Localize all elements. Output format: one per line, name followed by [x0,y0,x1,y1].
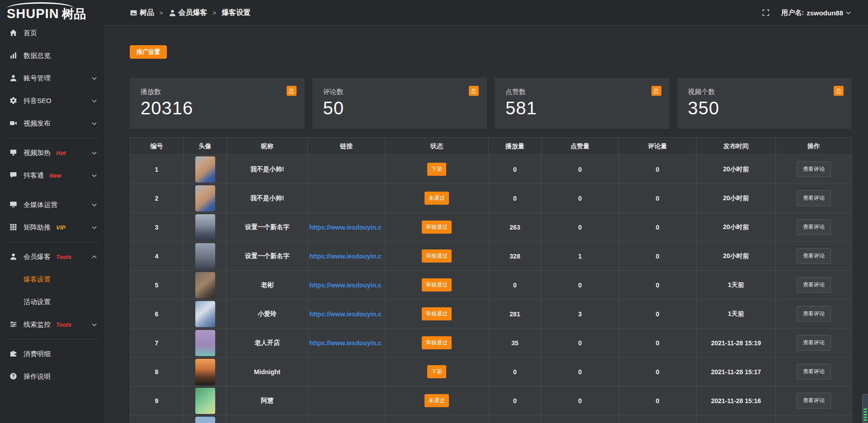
cell-number: 8 [130,357,184,386]
screen-icon [9,149,18,157]
video-camera-icon [9,119,18,127]
cell-time: 1天前 [697,271,776,300]
chevron-down-icon[interactable] [846,11,851,14]
sidebar-divider [5,138,99,138]
view-comments-button[interactable]: 查看评论 [797,219,831,235]
floating-widget[interactable] [862,394,868,423]
sidebar-item-label: 账号管理 [24,74,51,83]
cell-comments: 0 [619,271,697,300]
breadcrumb-item-home[interactable]: 树品 [130,8,154,18]
chevron-down-icon [92,226,97,229]
stat-label: 评论数 [323,88,476,96]
stat-card: 总 播放数 20316 [130,78,305,129]
sidebar-subitem[interactable]: 爆客设置 [0,268,104,291]
table-row: 3 设置一个新名字 https://www.iesdouyin.c 审核通过 2… [130,213,852,242]
view-comments-button[interactable]: 查看评论 [797,277,831,293]
sidebar-item[interactable]: ? 操作说明 [0,365,104,388]
total-badge: 总 [469,86,479,96]
cell-plays: 0 [489,184,542,213]
cell-likes [542,415,619,423]
avatar [195,243,215,269]
app-icon [130,9,137,17]
cell-likes: 0 [542,155,619,184]
promo-settings-button[interactable]: 推广设置 [130,45,167,59]
cell-comments: 0 [619,213,697,242]
cell-number: 6 [130,300,184,329]
cell-comments [619,415,697,423]
logo-text-cn: 树品 [62,7,86,21]
video-link[interactable]: https://www.iesdouyin.c [308,282,385,289]
sidebar-item[interactable]: 抖客通 New [0,164,104,187]
sidebar-item[interactable]: 视频加热 Hot [0,141,104,164]
sidebar-item-label: 线索监控 [24,320,51,329]
cell-plays: 263 [489,213,542,242]
sidebar: SHUPIN树品 首页 数据总览 账号管理 抖音SEO 视频发布 视频加热 Ho… [0,0,104,423]
cell-plays: 0 [489,271,542,300]
stat-value: 50 [323,98,476,118]
view-comments-button[interactable]: 查看评论 [797,393,831,409]
view-comments-button[interactable]: 查看评论 [797,364,831,380]
cell-time: 20小时前 [697,213,776,242]
sidebar-item[interactable]: 矩阵助推 VIP [0,216,104,239]
table-header-row: 编号头像昵称链接状态播放量点赞量评论量发布时间操作 [130,138,852,155]
grid-icon [9,223,18,231]
video-link[interactable]: https://www.iesdouyin.c [308,253,385,260]
view-comments-button[interactable]: 查看评论 [797,335,831,351]
table-row [130,415,852,423]
sidebar-nav: 首页 数据总览 账号管理 抖音SEO 视频发布 视频加热 Hot 抖客通 New… [0,22,104,388]
breadcrumb-label: 会员爆客 [179,8,208,18]
gear-icon [9,97,18,105]
view-comments-button[interactable]: 查看评论 [797,161,831,177]
sidebar-item-label: 矩阵助推 [24,223,51,232]
sidebar-item-label: 抖客通 [24,171,44,180]
stat-label: 点赞数 [505,88,659,96]
stat-value: 20316 [141,98,294,118]
cell-likes: 0 [542,357,619,386]
chevron-down-icon [92,151,97,155]
fullscreen-icon[interactable] [762,9,769,16]
column-header: 状态 [385,138,489,155]
cell-comments: 0 [619,155,697,184]
table-row: 9 阿慧 未通过 0 0 0 2021-11-28 15:16 查看评论 [130,386,852,415]
sidebar-item[interactable]: 账号管理 [0,67,104,89]
stat-label: 播放数 [141,88,294,96]
column-header: 头像 [184,138,227,155]
cell-comments: 0 [619,386,697,415]
sidebar-item[interactable]: 视频发布 [0,112,104,135]
video-link[interactable]: https://www.iesdouyin.c [308,224,385,231]
username[interactable]: zswodun88 [807,9,843,17]
chevron-down-icon [92,77,97,80]
video-link[interactable]: https://www.iesdouyin.c [308,310,385,318]
sidebar-item[interactable]: 数据总览 [0,44,104,67]
sidebar-subitem[interactable]: 活动设置 [0,291,104,313]
video-link[interactable]: https://www.iesdouyin.c [308,339,385,347]
view-comments-button[interactable]: 查看评论 [797,190,831,206]
chevron-down-icon [92,99,97,103]
cell-nickname: 我不是小帅! [227,184,308,213]
sliders-icon [9,320,18,329]
sidebar-item[interactable]: 会员爆客 Tools [0,245,104,268]
sidebar-item[interactable]: 首页 [0,22,104,44]
stat-label: 视频个数 [688,88,841,96]
cell-plays: 328 [489,242,542,271]
column-header: 点赞量 [542,138,619,155]
breadcrumb-item-member[interactable]: 会员爆客 [169,8,208,18]
sidebar-item[interactable]: 消费明细 [0,343,104,365]
sidebar-item-label: 视频发布 [24,119,51,128]
view-comments-button[interactable]: 查看评论 [797,248,831,264]
sidebar-item[interactable]: 线索监控 Tools [0,313,104,336]
sidebar-item-badge: Tools [56,254,71,260]
sidebar-item[interactable]: 全媒体运营 [0,193,104,216]
sidebar-item-label: 首页 [24,29,37,38]
avatar [195,388,215,414]
sidebar-subitem-label: 活动设置 [24,298,51,306]
comment-icon [9,171,18,179]
user-area: 用户名: zswodun88 [762,9,851,17]
column-header: 评论量 [619,138,697,155]
avatar [195,214,215,240]
sidebar-item[interactable]: 抖音SEO [0,89,104,112]
sidebar-item-label: 全媒体运营 [24,201,57,209]
view-comments-button[interactable]: 查看评论 [797,306,831,322]
breadcrumb-separator: > [213,9,217,16]
monitor-icon [9,201,18,209]
